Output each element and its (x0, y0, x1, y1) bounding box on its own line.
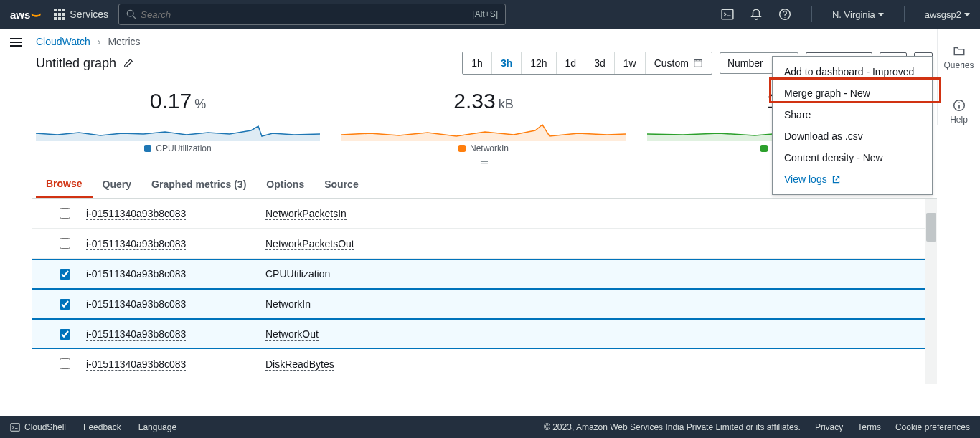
metric-name[interactable]: NetworkPacketsOut (265, 238, 354, 250)
menu-download-csv[interactable]: Download as .csv (773, 125, 932, 147)
info-icon (953, 99, 966, 112)
svg-line-1 (133, 16, 136, 19)
scrollbar-thumb[interactable] (926, 213, 936, 242)
row-checkbox[interactable] (60, 358, 70, 369)
bell-icon[interactable] (750, 8, 763, 21)
nav-toggle[interactable] (0, 29, 32, 56)
instance-id[interactable]: i-01511340a93b8c083 (86, 298, 186, 310)
instance-id[interactable]: i-01511340a93b8c083 (86, 328, 186, 341)
scrollbar[interactable] (925, 199, 937, 384)
menu-share[interactable]: Share (773, 104, 932, 125)
menu-content-density[interactable]: Content density - New (773, 147, 932, 168)
table-row[interactable]: i-01511340a93b8c083 NetworkPacketsOut (32, 229, 937, 259)
table-row[interactable]: i-01511340a93b8c083 NetworkPacketsIn (32, 199, 937, 229)
footer-feedback[interactable]: Feedback (83, 422, 121, 432)
row-checkbox[interactable] (60, 269, 70, 280)
chevron-right-icon: › (98, 36, 101, 47)
footer-language[interactable]: Language (138, 422, 176, 432)
metric-name[interactable]: DiskReadBytes (265, 358, 334, 371)
rail-help[interactable]: Help (950, 99, 968, 125)
services-button[interactable]: Services (54, 9, 108, 20)
breadcrumb-root[interactable]: CloudWatch (36, 36, 90, 47)
breadcrumb: CloudWatch › Metrics (32, 29, 937, 49)
metric-name[interactable]: NetworkIn (265, 298, 311, 310)
row-checkbox[interactable] (60, 238, 70, 249)
row-checkbox[interactable] (60, 329, 70, 340)
instance-id[interactable]: i-01511340a93b8c083 (86, 238, 186, 250)
chart-cpu: 0.17% CPUUtilization (36, 89, 320, 153)
time-1w[interactable]: 1w (615, 52, 646, 74)
rail-queries[interactable]: Queries (943, 44, 974, 70)
footer-terms[interactable]: Terms (857, 422, 881, 432)
svg-point-10 (958, 102, 960, 103)
time-custom[interactable]: Custom (646, 52, 712, 74)
footer: CloudShell Feedback Language © 2023, Ama… (0, 416, 980, 438)
table-row[interactable]: i-01511340a93b8c083 CPUUtilization (32, 259, 937, 289)
account-menu[interactable]: awsgsp2 (925, 9, 970, 20)
metric-name[interactable]: CPUUtilization (265, 268, 330, 280)
cloudshell-icon[interactable] (721, 8, 734, 21)
svg-rect-4 (694, 60, 702, 67)
row-checkbox[interactable] (60, 299, 70, 310)
footer-cookies[interactable]: Cookie preferences (895, 422, 970, 432)
sparkline-cpu (36, 120, 320, 141)
search-input[interactable] (141, 9, 472, 20)
metric-name[interactable]: NetworkPacketsIn (265, 208, 347, 220)
instance-id[interactable]: i-01511340a93b8c083 (86, 268, 186, 280)
sparkline-netin (341, 120, 626, 141)
graph-title: Untitled graph (36, 56, 116, 71)
svg-point-0 (127, 10, 133, 16)
instance-id[interactable]: i-01511340a93b8c083 (86, 358, 186, 371)
search-shortcut: [Alt+S] (472, 9, 498, 19)
time-3d[interactable]: 3d (585, 52, 615, 74)
legend-dot (144, 145, 151, 152)
time-1d[interactable]: 1d (557, 52, 586, 74)
table-row[interactable]: i-01511340a93b8c083 NetworkOut (32, 319, 937, 349)
table-row[interactable]: i-01511340a93b8c083 DiskReadBytes (32, 349, 937, 379)
breadcrumb-current: Metrics (108, 36, 140, 47)
tab-browse[interactable]: Browse (36, 171, 93, 198)
tab-source[interactable]: Source (314, 171, 368, 197)
aws-logo[interactable]: aws⌣ (10, 9, 41, 21)
footer-privacy[interactable]: Privacy (815, 422, 843, 432)
menu-add-dashboard[interactable]: Add to dashboard - Improved (773, 61, 932, 82)
search-icon (126, 9, 136, 19)
tab-graphed[interactable]: Graphed metrics (3) (141, 171, 256, 197)
top-nav: aws⌣ Services [Alt+S] N. Virginia awsgsp… (0, 0, 980, 29)
metric-name[interactable]: NetworkOut (265, 328, 319, 341)
folder-icon (953, 44, 966, 57)
time-12h[interactable]: 12h (522, 52, 556, 74)
tab-options[interactable]: Options (256, 171, 314, 197)
row-checkbox[interactable] (60, 208, 70, 219)
help-icon[interactable] (778, 8, 791, 21)
calendar-icon (693, 58, 703, 68)
footer-cloudshell[interactable]: CloudShell (10, 422, 66, 432)
services-grid-icon (54, 9, 65, 20)
global-search[interactable]: [Alt+S] (118, 4, 506, 25)
cloudshell-icon (10, 422, 20, 432)
table-row[interactable]: i-01511340a93b8c083 NetworkIn (32, 289, 937, 319)
right-rail: Queries Help (937, 29, 980, 125)
legend-dot (458, 145, 466, 152)
time-range-group: 1h 3h 12h 1d 3d 1w Custom (462, 52, 712, 75)
legend-dot (760, 145, 768, 152)
external-link-icon (831, 175, 841, 184)
time-3h[interactable]: 3h (492, 52, 522, 74)
time-1h[interactable]: 1h (463, 52, 492, 74)
tab-query[interactable]: Query (93, 171, 141, 197)
chart-netin: 2.33kB NetworkIn (341, 89, 626, 153)
region-selector[interactable]: N. Virginia (832, 9, 884, 20)
hamburger-icon (10, 38, 22, 47)
footer-copyright: © 2023, Amazon Web Services India Privat… (544, 422, 801, 432)
actions-menu: Add to dashboard - Improved Merge graph … (772, 56, 933, 195)
menu-view-logs[interactable]: View logs (773, 168, 932, 190)
svg-rect-2 (722, 9, 733, 19)
menu-merge-graph[interactable]: Merge graph - New (773, 82, 932, 104)
edit-icon[interactable] (123, 58, 133, 68)
metrics-table: i-01511340a93b8c083 NetworkPacketsIn i-0… (32, 199, 937, 384)
instance-id[interactable]: i-01511340a93b8c083 (86, 208, 186, 220)
svg-rect-11 (11, 424, 19, 432)
